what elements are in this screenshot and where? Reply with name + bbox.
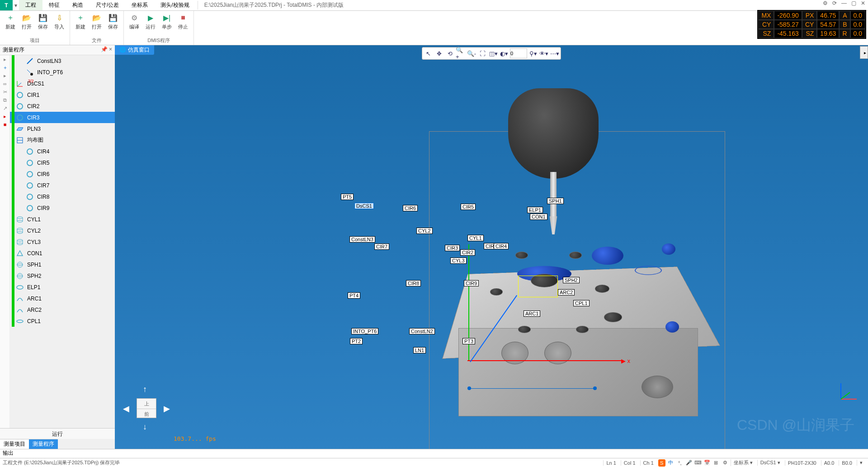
run-button[interactable]: 运行 <box>0 428 115 439</box>
callout-ELP1[interactable]: ELP1 <box>527 207 543 213</box>
callout-CYL1[interactable]: CYL1 <box>467 235 484 241</box>
viewport-tab[interactable]: 🌐仿真窗口 <box>115 45 154 55</box>
menu-construct[interactable]: 构造 <box>66 0 90 10</box>
tree-item-PLN3[interactable]: PLN3 <box>10 123 115 134</box>
ribbon-btn-运行[interactable]: ▶运行 <box>143 12 158 37</box>
tb-more-dropdown[interactable]: ⋯▾ <box>550 48 560 58</box>
tree-item-CYL3[interactable]: CYL3 <box>10 236 115 248</box>
tree-item-CON1[interactable]: CON1 <box>10 248 115 259</box>
maximize-icon[interactable]: ▢ <box>851 0 856 10</box>
callout-PT2[interactable]: PT2 <box>350 338 363 344</box>
side-lock-icon[interactable]: ↗ <box>0 104 10 112</box>
tree-item-INTO_PT6[interactable]: INTO_PT6 <box>10 67 115 78</box>
pin-icon[interactable]: 📌 × <box>101 46 112 54</box>
side-cut-icon[interactable]: ✂ <box>0 88 10 96</box>
callout-ConstLN2[interactable]: ConstLN2 <box>409 328 435 334</box>
tree-item-均布图[interactable]: 均布图 <box>10 134 115 146</box>
tree-item-CIR5[interactable]: CIR5 <box>10 157 115 168</box>
ribbon-btn-打开[interactable]: 📂打开 <box>19 12 34 37</box>
menu-coordsys[interactable]: 坐标系 <box>125 0 154 10</box>
nav-cube[interactable]: ↑ ↓ ◀ ▶ 上 前 <box>124 386 169 431</box>
feature-tree[interactable]: ConstLN3INTO_PT6DsCS13/2CIR1CIR2CIR3PLN3… <box>10 55 115 428</box>
tree-item-CIR7[interactable]: CIR7 <box>10 180 115 191</box>
menu-feature[interactable]: 特征 <box>42 0 66 10</box>
status-gear-icon[interactable]: ⚙ <box>722 459 729 467</box>
tree-item-CIR9[interactable]: CIR9 <box>10 202 115 214</box>
tree-item-CPL1[interactable]: CPL1 <box>10 315 115 327</box>
callout-PT5[interactable]: PT5 <box>341 194 354 200</box>
callout-SPH2[interactable]: SPH2 <box>563 277 580 283</box>
status-ime-icon[interactable]: S <box>658 459 665 467</box>
status-cs-label[interactable]: 坐标系 ▾ <box>731 459 755 466</box>
ribbon-btn-打开[interactable]: 📂打开 <box>89 12 104 37</box>
status-lang[interactable]: 中 <box>667 459 675 467</box>
callout-CON1[interactable]: CON1 <box>530 214 547 220</box>
ribbon-btn-编译[interactable]: ⚙编译 <box>127 12 142 37</box>
callout-CIR2[interactable]: CIR2 <box>460 249 475 256</box>
side-play-icon[interactable]: ▸ <box>0 71 10 80</box>
callout-CIR5[interactable]: CIR5 <box>461 204 476 210</box>
tb-zoom-out-icon[interactable]: 🔍- <box>467 48 476 58</box>
output-panel-title[interactable]: 输出 <box>0 449 868 458</box>
ribbon-btn-单步[interactable]: ▶|单步 <box>159 12 175 37</box>
side-expand-icon[interactable]: ▸ <box>0 55 10 63</box>
ribbon-btn-保存[interactable]: 💾保存 <box>35 12 51 37</box>
ribbon-btn-导入[interactable]: ⇩导入 <box>52 12 67 37</box>
tree-item-ARC2[interactable]: ARC2 <box>10 304 115 315</box>
callout-CIR7[interactable]: CIR7 <box>374 243 389 250</box>
tree-item-ConstLN3[interactable]: ConstLN3 <box>10 55 115 67</box>
side-copy-icon[interactable]: ⧉ <box>0 96 10 104</box>
callout-PT4[interactable]: PT4 <box>348 292 360 299</box>
tb-fit-icon[interactable]: ⛶ <box>477 48 487 58</box>
callout-CYL2[interactable]: CYL2 <box>416 228 433 234</box>
tree-item-CIR2[interactable]: CIR2 <box>10 100 115 112</box>
refresh-icon[interactable]: ⟳ <box>832 0 837 10</box>
callout-CIR3[interactable]: CIR3 <box>445 245 460 251</box>
ribbon-btn-新建[interactable]: ＋新建 <box>73 12 88 37</box>
tb-filter-dropdown[interactable]: ⚲▾ <box>528 48 538 58</box>
status-dcs[interactable]: DsCS1 ▾ <box>757 460 783 466</box>
side-add-icon[interactable]: ＋ <box>0 63 10 71</box>
tb-pan-icon[interactable]: ✥ <box>434 48 444 58</box>
status-apps-icon[interactable]: ⊞ <box>712 459 720 467</box>
nav-left[interactable]: ◀ <box>123 404 129 414</box>
tree-item-SPH2[interactable]: SPH2 <box>10 270 115 281</box>
callout-ARC1[interactable]: ARC1 <box>524 310 540 317</box>
tree-item-DsCS1[interactable]: DsCS13/2 <box>10 78 115 89</box>
tree-item-CYL2[interactable]: CYL2 <box>10 225 115 236</box>
menu-probe[interactable]: 测头/校验规 <box>154 0 195 10</box>
status-punct-icon[interactable]: °, <box>676 459 684 467</box>
tree-item-CIR8[interactable]: CIR8 <box>10 191 115 202</box>
side-link-icon[interactable]: ∞ <box>0 80 10 88</box>
callout-SPH1[interactable]: SPH1 <box>547 198 564 204</box>
tree-item-CIR3[interactable]: CIR3 <box>10 112 115 123</box>
callout-DsCS1[interactable]: DsCS1 <box>354 203 374 209</box>
tb-rotate-icon[interactable]: ⟲ <box>445 48 455 58</box>
ribbon-btn-保存[interactable]: 💾保存 <box>105 12 121 37</box>
right-panel-handle[interactable]: ▸ <box>860 46 868 59</box>
tree-item-ARC1[interactable]: ARC1 <box>10 293 115 304</box>
callout-CIR8[interactable]: CIR8 <box>406 280 421 286</box>
status-mic-icon[interactable]: 🎤 <box>685 459 693 467</box>
menu-project[interactable]: 工程 <box>19 0 42 10</box>
settings-icon[interactable]: ⚙ <box>823 0 828 10</box>
callout-INTO_PT6[interactable]: INTO_PT6 <box>351 328 378 334</box>
callout-CIR9[interactable]: CIR9 <box>464 280 479 286</box>
nav-up[interactable]: ↑ <box>143 385 147 394</box>
minimize-icon[interactable]: — <box>841 0 847 10</box>
tab-measure-program[interactable]: 测量程序 <box>29 439 58 449</box>
tree-item-CIR6[interactable]: CIR6 <box>10 168 115 180</box>
side-stop-icon[interactable]: ▸ <box>0 112 10 120</box>
tab-measure-items[interactable]: 测量项目 <box>0 439 29 449</box>
tb-pointer-icon[interactable]: ↖ <box>423 48 433 58</box>
callout-CPL1[interactable]: CPL1 <box>573 300 590 306</box>
callout-ConstLN3[interactable]: ConstLN3 <box>349 236 375 243</box>
callout-PT3[interactable]: PT3 <box>462 338 475 344</box>
callout-CIR4[interactable]: CIR4 <box>494 243 509 249</box>
tree-item-CYL1[interactable]: CYL1 <box>10 214 115 225</box>
status-kb-icon[interactable]: ⌨ <box>694 459 702 467</box>
app-menu-dropdown[interactable]: ▾ <box>13 0 19 10</box>
callout-CIR6[interactable]: CIR6 <box>403 205 418 211</box>
tree-item-CIR1[interactable]: CIR1 <box>10 89 115 100</box>
ribbon-btn-停止[interactable]: ■停止 <box>175 12 191 37</box>
